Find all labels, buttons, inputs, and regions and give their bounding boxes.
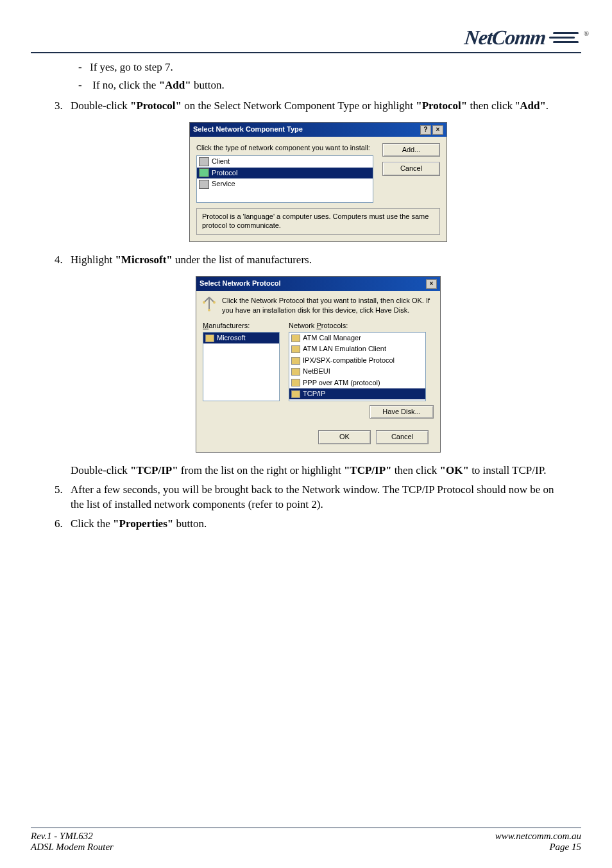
step-5: After a few seconds, you will be brought… xyxy=(65,482,566,513)
sub-bullet: If yes, go to step 7. xyxy=(82,60,566,75)
cancel-button[interactable]: Cancel xyxy=(376,430,429,444)
dialog-titlebar: Select Network Component Type ? × xyxy=(190,123,446,136)
list-item[interactable]: Service xyxy=(197,178,373,189)
dialog-select-component-type: Select Network Component Type ? × Click … xyxy=(189,122,447,241)
cancel-button[interactable]: Cancel xyxy=(382,162,440,175)
component-type-list[interactable]: Client Protocol Service xyxy=(196,155,373,203)
dialog-description: Protocol is a 'language' a computer uses… xyxy=(196,208,440,235)
svg-point-2 xyxy=(208,309,210,311)
protocols-list[interactable]: ATM Call Manager ATM LAN Emulation Clien… xyxy=(289,332,426,401)
sub-bullet: If no, click the "Add" button. xyxy=(82,78,566,93)
page-header: NetComm ® xyxy=(31,26,581,49)
close-icon[interactable]: × xyxy=(432,125,443,135)
dialog-select-network-protocol: Select Network Protocol × Click the Netw… xyxy=(196,276,441,452)
list-item[interactable]: PPP over ATM (protocol) xyxy=(289,378,425,388)
page-footer: Rev.1 - YML632 ADSL Modem Router www.net… xyxy=(31,828,581,853)
list-item[interactable]: Microsoft xyxy=(203,333,279,343)
footer-page: Page 15 xyxy=(495,842,581,853)
dialog-prompt: Click the Network Protocol that you want… xyxy=(222,296,435,316)
protocol-icon xyxy=(201,296,217,311)
footer-url: www.netcomm.com.au xyxy=(495,831,581,842)
list-item[interactable]: IPX/SPX-compatible Protocol xyxy=(289,355,425,366)
brand-logo-text: NetComm xyxy=(463,26,547,49)
list-item[interactable]: ATM LAN Emulation Client xyxy=(289,343,425,354)
brand-logo-mark: ® xyxy=(549,30,581,46)
footer-rev: Rev.1 - YML632 xyxy=(31,831,114,842)
step-4-followup: Double-click "TCP/IP" from the list on t… xyxy=(71,463,566,478)
have-disk-button[interactable]: Have Disk... xyxy=(370,405,434,419)
list-item[interactable]: Client xyxy=(197,156,373,167)
svg-point-0 xyxy=(203,301,205,304)
page-body: If yes, go to step 7. If no, click the "… xyxy=(31,60,581,532)
footer-rule xyxy=(31,828,581,828)
add-button[interactable]: Add... xyxy=(382,143,440,157)
list-item[interactable]: TCP/IP xyxy=(289,388,425,399)
step-3: Double-click "Protocol" on the Select Ne… xyxy=(65,98,566,242)
dialog-title-text: Select Network Component Type xyxy=(193,125,303,134)
dialog-titlebar: Select Network Protocol × xyxy=(196,277,440,290)
footer-product: ADSL Modem Router xyxy=(31,842,114,853)
close-icon[interactable]: × xyxy=(426,279,437,289)
dialog-title-text: Select Network Protocol xyxy=(200,279,281,288)
manufacturers-list[interactable]: Microsoft xyxy=(203,332,280,401)
list-item[interactable]: ATM Call Manager xyxy=(289,333,425,343)
help-icon[interactable]: ? xyxy=(420,125,431,135)
list-item[interactable]: Protocol xyxy=(197,168,373,178)
list-item[interactable]: NetBEUI xyxy=(289,366,425,377)
protocols-label: Network Protocols: xyxy=(289,321,426,331)
step-6: Click the "Properties" button. xyxy=(65,516,566,532)
ok-button[interactable]: OK xyxy=(318,430,371,444)
svg-point-1 xyxy=(213,301,216,304)
manufacturers-label: Manufacturers: xyxy=(203,321,280,331)
step-4: Highlight "Microsoft" under the list of … xyxy=(65,252,566,478)
dialog-prompt: Click the type of network component you … xyxy=(196,143,373,153)
brand-logo: NetComm ® xyxy=(464,26,581,49)
header-rule xyxy=(31,52,581,53)
